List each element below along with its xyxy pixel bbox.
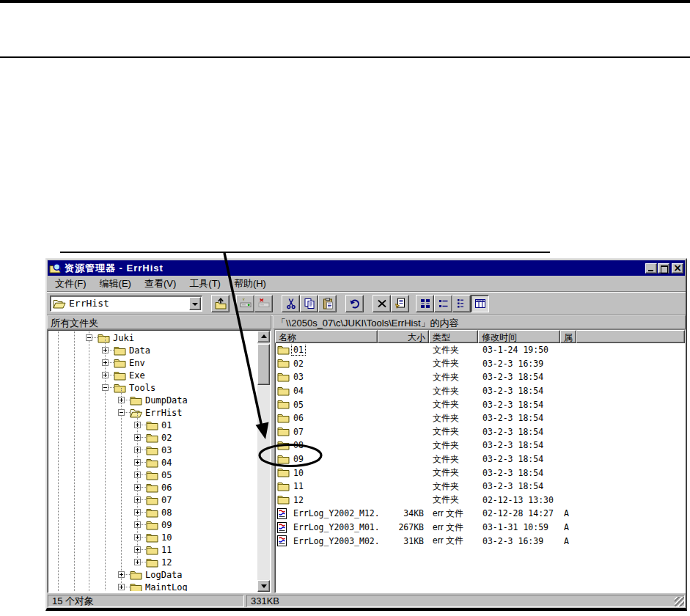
tree-item-10[interactable]: 10 bbox=[49, 531, 257, 543]
minimize-button[interactable] bbox=[645, 263, 657, 274]
file-row-02[interactable]: 02文件夹03-2-3 16:39 bbox=[275, 357, 685, 371]
expand-icon[interactable] bbox=[134, 509, 141, 516]
collapse-icon[interactable] bbox=[118, 409, 125, 416]
tree-item-06[interactable]: 06 bbox=[49, 481, 257, 494]
collapse-icon[interactable] bbox=[102, 384, 109, 391]
column-header-3[interactable]: 类型 bbox=[429, 330, 478, 343]
file-row-ErrLog_Y2002_M12.err[interactable]: ErrLog_Y2002_M12.err34KBerr 文件02-12-28 1… bbox=[275, 507, 685, 521]
address-combobox[interactable]: ErrHist bbox=[50, 296, 202, 312]
tree-item-dumpdata[interactable]: DumpData bbox=[49, 394, 257, 406]
file-name[interactable]: ErrLog_Y2003_M01.err bbox=[292, 522, 378, 532]
menu-item[interactable]: 工具(T) bbox=[183, 276, 227, 292]
tree-item-exe[interactable]: Exe bbox=[49, 369, 257, 381]
tree-item-maintlog[interactable]: MaintLog bbox=[49, 581, 257, 591]
expand-icon[interactable] bbox=[134, 546, 141, 553]
file-row-06[interactable]: 06文件夹03-2-3 18:54 bbox=[275, 411, 685, 425]
column-header-1[interactable]: 名称 bbox=[275, 330, 378, 343]
expand-icon[interactable] bbox=[134, 496, 141, 503]
view-large-icons-button[interactable] bbox=[416, 295, 434, 312]
paste-button[interactable] bbox=[318, 295, 337, 312]
file-row-05[interactable]: 05文件夹03-2-3 18:54 bbox=[275, 397, 685, 411]
tree-item-logdata[interactable]: LogData bbox=[49, 568, 257, 581]
expand-icon[interactable] bbox=[134, 447, 141, 453]
file-row-10[interactable]: 10文件夹03-2-3 18:54 bbox=[275, 466, 685, 480]
tree-scrollbar[interactable] bbox=[257, 331, 270, 592]
view-details-button[interactable] bbox=[471, 295, 489, 312]
file-row-12[interactable]: 12文件夹02-12-13 13:30 bbox=[275, 494, 685, 507]
up-one-level-button[interactable] bbox=[211, 295, 230, 312]
tree-item-02[interactable]: 02 bbox=[49, 431, 257, 444]
expand-icon[interactable] bbox=[118, 397, 125, 403]
menu-item[interactable]: 查看(V) bbox=[138, 276, 183, 292]
expand-icon[interactable] bbox=[134, 434, 141, 441]
file-name[interactable]: ErrLog_Y2003_M02.err bbox=[292, 536, 378, 546]
file-name[interactable]: 12 bbox=[292, 495, 305, 505]
file-name[interactable]: 03 bbox=[292, 372, 305, 382]
expand-icon[interactable] bbox=[134, 534, 141, 540]
column-header-5[interactable]: 属 bbox=[560, 330, 576, 343]
file-name[interactable]: 04 bbox=[292, 386, 305, 396]
expand-icon[interactable] bbox=[134, 422, 141, 428]
file-row-ErrLog_Y2003_M01.err[interactable]: ErrLog_Y2003_M01.err267KBerr 文件03-1-31 1… bbox=[275, 521, 685, 535]
tree-item-tools[interactable]: Tools bbox=[49, 381, 257, 394]
scroll-down-button[interactable] bbox=[257, 580, 270, 592]
expand-icon[interactable] bbox=[134, 521, 141, 528]
tree-item-01[interactable]: 01 bbox=[49, 419, 257, 431]
file-row-04[interactable]: 04文件夹03-2-3 18:54 bbox=[275, 384, 685, 398]
file-name[interactable]: 01 bbox=[292, 345, 305, 355]
file-name[interactable]: ErrLog_Y2002_M12.err bbox=[292, 508, 378, 518]
file-row-ErrLog_Y2003_M02.err[interactable]: ErrLog_Y2003_M02.err31KBerr 文件03-2-3 16:… bbox=[275, 534, 685, 548]
address-dropdown-button[interactable] bbox=[189, 297, 201, 310]
tree-item-12[interactable]: 12 bbox=[49, 556, 257, 568]
column-header-2[interactable]: 大小 bbox=[378, 330, 429, 343]
file-name[interactable]: 11 bbox=[292, 481, 305, 491]
tree-item-04[interactable]: 04 bbox=[49, 456, 257, 469]
collapse-icon[interactable] bbox=[86, 334, 92, 341]
delete-button[interactable] bbox=[372, 295, 391, 312]
tree-item-07[interactable]: 07 bbox=[49, 494, 257, 506]
file-row-11[interactable]: 11文件夹03-2-3 18:54 bbox=[275, 480, 685, 494]
file-name[interactable]: 02 bbox=[292, 359, 305, 369]
file-name[interactable]: 09 bbox=[292, 454, 305, 464]
cut-button[interactable] bbox=[282, 295, 300, 312]
view-list-button[interactable] bbox=[452, 295, 471, 312]
file-row-01[interactable]: 01文件夹03-1-24 19:50 bbox=[275, 343, 685, 357]
expand-icon[interactable] bbox=[102, 359, 109, 366]
tree-item-juki[interactable]: Juki bbox=[49, 331, 257, 344]
expand-icon[interactable] bbox=[102, 372, 109, 378]
tree-item-env[interactable]: Env bbox=[49, 356, 257, 369]
scroll-up-button[interactable] bbox=[257, 331, 270, 342]
scroll-thumb[interactable] bbox=[257, 344, 270, 385]
file-row-09[interactable]: 09文件夹03-2-3 18:54 bbox=[275, 452, 685, 466]
file-name[interactable]: 08 bbox=[292, 440, 305, 450]
view-small-icons-button[interactable] bbox=[434, 295, 452, 312]
maximize-button[interactable] bbox=[658, 263, 669, 274]
tree-item-09[interactable]: 09 bbox=[49, 518, 257, 531]
tree-item-errhist[interactable]: ErrHist bbox=[49, 406, 257, 419]
menu-item[interactable]: 编辑(E) bbox=[93, 276, 138, 292]
map-network-drive-button[interactable] bbox=[236, 295, 254, 312]
expand-icon[interactable] bbox=[134, 459, 141, 466]
expand-icon[interactable] bbox=[118, 584, 125, 590]
expand-icon[interactable] bbox=[102, 347, 109, 353]
file-name[interactable]: 10 bbox=[292, 468, 305, 478]
tree-item-11[interactable]: 11 bbox=[49, 543, 257, 556]
resize-grip[interactable] bbox=[675, 597, 684, 606]
tree-item-03[interactable]: 03 bbox=[49, 444, 257, 456]
undo-button[interactable] bbox=[345, 295, 364, 312]
tree-item-data[interactable]: Data bbox=[49, 344, 257, 356]
title-bar[interactable]: 资源管理器 - ErrHist bbox=[48, 260, 685, 276]
file-name[interactable]: 07 bbox=[292, 427, 305, 437]
file-name[interactable]: 06 bbox=[292, 413, 305, 423]
column-header-4[interactable]: 修改时间 bbox=[478, 330, 560, 343]
file-row-07[interactable]: 07文件夹03-2-3 18:54 bbox=[275, 425, 685, 439]
expand-icon[interactable] bbox=[134, 484, 141, 491]
expand-icon[interactable] bbox=[134, 472, 141, 478]
tree-item-05[interactable]: 05 bbox=[49, 469, 257, 481]
close-button[interactable] bbox=[672, 263, 683, 274]
expand-icon[interactable] bbox=[118, 571, 125, 578]
copy-button[interactable] bbox=[300, 295, 318, 312]
menu-item[interactable]: 帮助(H) bbox=[227, 276, 273, 292]
file-row-08[interactable]: 08文件夹03-2-3 18:54 bbox=[275, 439, 685, 452]
expand-icon[interactable] bbox=[134, 559, 141, 565]
